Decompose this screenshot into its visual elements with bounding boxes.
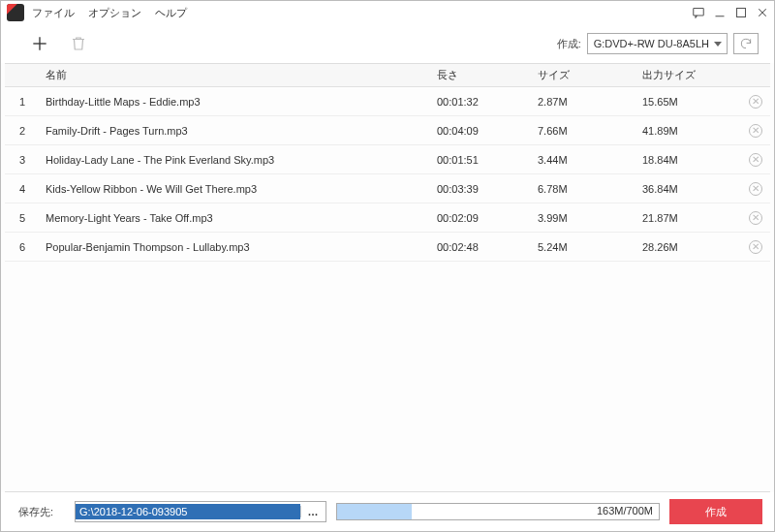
row-length: 00:01:51	[431, 154, 532, 166]
row-filename: Family-Drift - Pages Turn.mp3	[40, 125, 431, 137]
toolbar: 作成: G:DVD+-RW DU-8A5LH	[1, 24, 774, 63]
row-index: 5	[5, 212, 40, 224]
remove-row-icon[interactable]: ✕	[749, 153, 762, 167]
row-filename: Kids-Yellow Ribbon - We Will Get There.m…	[40, 183, 431, 195]
row-delete: ✕	[741, 211, 770, 225]
row-output-size: 18.84M	[636, 154, 741, 166]
svg-rect-0	[694, 9, 704, 16]
close-icon[interactable]	[757, 7, 768, 18]
row-size: 6.78M	[532, 183, 636, 195]
row-index: 1	[5, 96, 40, 108]
table-row[interactable]: 4Kids-Yellow Ribbon - We Will Get There.…	[5, 174, 770, 203]
drive-select[interactable]: G:DVD+-RW DU-8A5LH	[587, 33, 728, 54]
row-filename: Popular-Benjamin Thompson - Lullaby.mp3	[40, 241, 431, 253]
drive-select-value: G:DVD+-RW DU-8A5LH	[594, 38, 709, 49]
row-index: 3	[5, 154, 40, 166]
table-row[interactable]: 3Holiday-Lady Lane - The Pink Everland S…	[5, 145, 770, 174]
table-row[interactable]: 2Family-Drift - Pages Turn.mp300:04:097.…	[5, 116, 770, 145]
footer: 保存先: … 163M/700M 作成	[1, 492, 774, 531]
menu-options[interactable]: オプション	[88, 6, 141, 20]
col-size[interactable]: サイズ	[532, 68, 636, 82]
row-size: 3.99M	[532, 212, 636, 224]
remove-row-icon[interactable]: ✕	[749, 182, 762, 196]
row-output-size: 41.89M	[636, 125, 741, 137]
svg-rect-2	[737, 9, 746, 17]
table-body: 1Birthday-Little Maps - Eddie.mp300:01:3…	[5, 87, 770, 491]
row-size: 5.24M	[532, 241, 636, 253]
create-target-label: 作成:	[557, 37, 581, 51]
row-length: 00:03:39	[431, 183, 532, 195]
row-size: 7.66M	[532, 125, 636, 137]
row-index: 2	[5, 125, 40, 137]
save-path-field: …	[75, 501, 326, 522]
row-length: 00:02:09	[431, 212, 532, 224]
row-delete: ✕	[741, 182, 770, 196]
disc-capacity-fill	[337, 504, 412, 519]
menu-file[interactable]: ファイル	[32, 6, 75, 20]
row-index: 6	[5, 241, 40, 253]
app-window: ファイル オプション ヘルプ 作成: G:DVD+-RW DU-8A5LH	[0, 0, 775, 532]
row-index: 4	[5, 183, 40, 195]
col-length[interactable]: 長さ	[431, 68, 532, 82]
col-name[interactable]: 名前	[40, 68, 431, 82]
row-delete: ✕	[741, 240, 770, 254]
row-delete: ✕	[741, 124, 770, 138]
file-table: 名前 長さ サイズ 出力サイズ 1Birthday-Little Maps - …	[5, 63, 770, 492]
add-button[interactable]	[28, 32, 51, 55]
row-output-size: 21.87M	[636, 212, 741, 224]
disc-capacity-text: 163M/700M	[597, 505, 653, 516]
feedback-icon[interactable]	[693, 7, 704, 18]
row-size: 3.44M	[532, 154, 636, 166]
row-filename: Holiday-Lady Lane - The Pink Everland Sk…	[40, 154, 431, 166]
row-length: 00:01:32	[431, 96, 532, 108]
create-button[interactable]: 作成	[669, 499, 762, 524]
row-output-size: 28.26M	[636, 241, 741, 253]
table-header: 名前 長さ サイズ 出力サイズ	[5, 64, 770, 87]
app-logo-icon	[7, 4, 24, 21]
row-delete: ✕	[741, 153, 770, 167]
refresh-button[interactable]	[733, 33, 759, 54]
row-delete: ✕	[741, 95, 770, 109]
save-to-label: 保存先:	[18, 505, 53, 519]
row-output-size: 36.84M	[636, 183, 741, 195]
row-length: 00:02:48	[431, 241, 532, 253]
window-controls	[693, 7, 768, 18]
minimize-icon[interactable]	[714, 7, 726, 18]
table-row[interactable]: 1Birthday-Little Maps - Eddie.mp300:01:3…	[5, 87, 770, 116]
menu-help[interactable]: ヘルプ	[155, 6, 187, 20]
remove-row-icon[interactable]: ✕	[749, 211, 762, 225]
maximize-icon[interactable]	[735, 7, 747, 18]
remove-row-icon[interactable]: ✕	[749, 95, 762, 109]
remove-row-icon[interactable]: ✕	[749, 240, 762, 254]
row-size: 2.87M	[532, 96, 636, 108]
row-filename: Memory-Light Years - Take Off.mp3	[40, 212, 431, 224]
row-filename: Birthday-Little Maps - Eddie.mp3	[40, 96, 431, 108]
delete-button[interactable]	[67, 32, 90, 55]
remove-row-icon[interactable]: ✕	[749, 124, 762, 138]
disc-capacity-bar: 163M/700M	[336, 503, 660, 520]
titlebar: ファイル オプション ヘルプ	[1, 1, 774, 24]
save-path-input[interactable]	[76, 504, 300, 519]
row-output-size: 15.65M	[636, 96, 741, 108]
table-row[interactable]: 6Popular-Benjamin Thompson - Lullaby.mp3…	[5, 233, 770, 262]
col-output[interactable]: 出力サイズ	[636, 68, 741, 82]
menu-bar: ファイル オプション ヘルプ	[32, 6, 187, 20]
row-length: 00:04:09	[431, 125, 532, 137]
table-row[interactable]: 5Memory-Light Years - Take Off.mp300:02:…	[5, 203, 770, 233]
browse-button[interactable]: …	[300, 506, 326, 517]
